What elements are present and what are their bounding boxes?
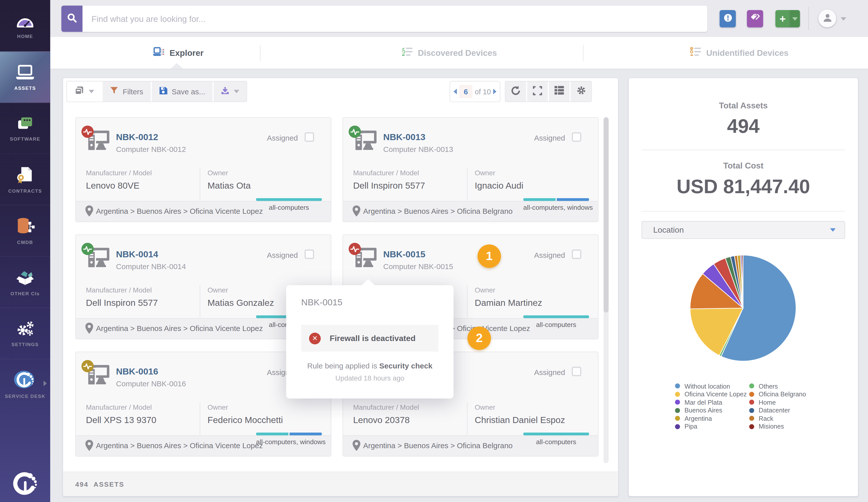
card-divider	[467, 285, 467, 318]
asset-title[interactable]: NBK-0012	[116, 132, 158, 142]
legend-item-without-location: Without location	[675, 382, 730, 390]
legend-dot	[675, 400, 680, 405]
legend-dot	[749, 400, 754, 405]
legend-item-datacenter: Datacenter	[749, 407, 790, 414]
save-as-button[interactable]: Save as...	[152, 82, 213, 102]
asset-card-nbk-0012: NBK-0012Computer NBK-0012AssignedManufac…	[75, 117, 332, 222]
sidebar-item-contracts[interactable]: CONTRACTS	[0, 154, 50, 205]
avatar[interactable]	[818, 10, 836, 28]
search-button[interactable]	[61, 6, 82, 32]
asset-tags[interactable]: all-computers, windows	[256, 433, 322, 446]
fullscreen-button[interactable]	[527, 82, 548, 102]
sidebar-item-settings[interactable]: SETTINGS	[0, 307, 50, 359]
popup-rule-name: Security check	[379, 362, 433, 370]
card-footer: Argentina > Buenos Aires > Oficina Belgr…	[343, 201, 598, 222]
asset-checkbox[interactable]	[572, 132, 581, 142]
asset-tags[interactable]: all-computers	[523, 315, 589, 329]
sidebar-item-software[interactable]: SOFTWARE	[0, 102, 50, 154]
add-dropdown-button[interactable]	[790, 10, 800, 28]
owner-value: Matias Ota	[208, 181, 251, 191]
prev-page-button[interactable]	[454, 89, 457, 94]
list-view-button[interactable]	[549, 82, 570, 102]
legend-dot	[675, 392, 680, 397]
tag-label: all-computers	[256, 204, 322, 212]
location-filter-select[interactable]: Location	[641, 221, 845, 239]
legend-label: Misiones	[759, 423, 784, 430]
explorer-icon	[153, 47, 165, 59]
assets-count-label: ASSETS	[93, 480, 124, 488]
sidebar-item-cmdb[interactable]: CMDB	[0, 205, 50, 256]
refresh-icon	[510, 85, 521, 98]
assets-count: 494	[75, 480, 89, 488]
sidebar-item-home[interactable]: HOME	[0, 0, 50, 51]
error-icon: ✕	[309, 332, 321, 344]
sidebar-nav: HOMEASSETSSOFTWARECONTRACTSCMDBOTHER CIs…	[0, 0, 50, 502]
tags-button[interactable]	[747, 10, 763, 28]
filters-button[interactable]: Filters	[103, 82, 150, 102]
asset-checkbox[interactable]	[572, 367, 581, 376]
card-footer: Argentina > Buenos Aires > Oficina Vicen…	[76, 201, 331, 222]
chevron-down-icon	[792, 17, 798, 20]
asset-checkbox[interactable]	[305, 249, 314, 259]
card-divider	[199, 168, 200, 201]
manufacturer-label: Manufacturer / Model	[353, 403, 419, 411]
asset-tags[interactable]: all-computers, windows	[523, 198, 589, 212]
tab-divider	[583, 45, 583, 62]
location-pin-icon	[85, 323, 93, 334]
add-button[interactable]: +	[775, 10, 790, 28]
legend-dot	[675, 424, 680, 429]
asset-title[interactable]: NBK-0015	[383, 249, 426, 259]
asset-title[interactable]: NBK-0014	[116, 249, 158, 259]
legend-item-pipa: Pipa	[675, 423, 697, 430]
page-input[interactable]: 6	[459, 85, 472, 98]
box-icon	[14, 268, 36, 287]
view-toolbar: Filters Save as...	[66, 81, 247, 102]
refresh-button[interactable]	[506, 82, 526, 102]
sidebar-item-service-desk[interactable]: SERVICE DESK	[0, 359, 50, 410]
manufacturer-value: Dell Inspiron 5577	[353, 181, 425, 191]
export-button[interactable]	[214, 82, 246, 102]
tag-label: all-computers, windows	[256, 438, 322, 446]
asset-tags[interactable]: all-computers	[256, 198, 322, 212]
gears-icon	[15, 320, 35, 338]
owner-value: Ignacio Audi	[475, 181, 523, 191]
owner-label: Owner	[208, 286, 228, 294]
asset-checkbox[interactable]	[572, 249, 581, 259]
asset-tags[interactable]: all-computers	[523, 433, 589, 446]
asset-title[interactable]: NBK-0013	[383, 132, 426, 142]
owner-value: Christian Daniel Espoz	[475, 415, 565, 425]
asset-checkbox[interactable]	[305, 132, 314, 142]
search-input[interactable]	[82, 6, 707, 32]
legend-label: Home	[759, 399, 776, 406]
manufacturer-value: Lenovo 20378	[353, 415, 410, 425]
tab-label: Explorer	[170, 48, 204, 58]
owner-value: Matias Gonzalez	[208, 298, 274, 308]
health-status-icon	[349, 243, 361, 255]
legend-label: Mar del Plata	[684, 399, 722, 406]
tab-unidentified-devices[interactable]: Unidentified Devices	[690, 37, 788, 69]
view-mode-button[interactable]	[67, 82, 102, 102]
legend-label: Others	[759, 382, 778, 389]
legend-item-misiones: Misiones	[749, 423, 784, 430]
legend-item-oficina-belgrano: Oficina Belgrano	[749, 390, 806, 398]
global-search	[61, 6, 707, 32]
scrollbar-thumb[interactable]	[603, 117, 609, 313]
save-as-label: Save as...	[172, 87, 205, 95]
assigned-label: Assigned	[267, 134, 298, 142]
user-menu-caret[interactable]	[840, 17, 846, 21]
sidebar-item-other-cis[interactable]: OTHER CIs	[0, 256, 50, 308]
asset-card-nbk-0013: NBK-0013Computer NBK-0013AssignedManufac…	[343, 117, 599, 222]
sidebar-item-label: SERVICE DESK	[5, 394, 45, 399]
next-page-button[interactable]	[493, 89, 496, 94]
legend-dot	[749, 383, 754, 389]
settings-button[interactable]	[571, 82, 591, 102]
tab-discovered-devices[interactable]: Discovered Devices	[402, 37, 497, 69]
tag-label: all-computers, windows	[523, 204, 589, 212]
manufacturer-value: Dell Inspiron 5577	[86, 298, 158, 308]
asset-subtitle: Computer NBK-0015	[383, 262, 453, 270]
asset-subtitle: Computer NBK-0014	[116, 262, 186, 270]
sidebar-item-assets[interactable]: ASSETS	[0, 51, 50, 103]
tab-divider	[260, 45, 260, 62]
asset-title[interactable]: NBK-0016	[116, 367, 158, 377]
alerts-button[interactable]	[720, 10, 736, 28]
